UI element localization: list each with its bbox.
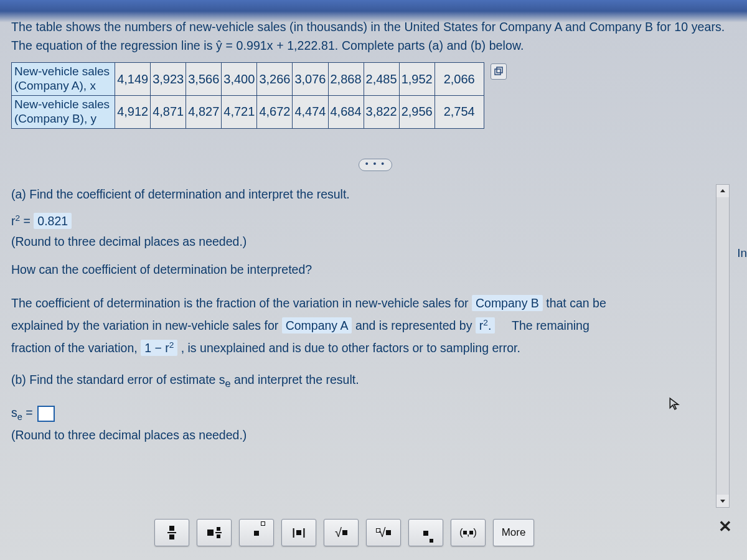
round-note-a: (Round to three decimal places as needed… (11, 232, 740, 251)
tool-more-button[interactable]: More (493, 519, 534, 546)
row-b-label-line1: New-vehicle sales (14, 98, 110, 111)
row-a-label-line1: New-vehicle sales (14, 65, 110, 78)
row-a-header: New-vehicle sales (Company A), x (12, 63, 115, 96)
dropdown-1-minus-r2[interactable]: 1 − r2 (141, 340, 177, 356)
interp-text-1a: The coefficient of determination is the … (11, 296, 472, 310)
cell-a-4: 3,266 (257, 63, 293, 96)
cell-a-7: 2,485 (364, 63, 399, 96)
cell-b-1: 4,871 (151, 96, 186, 129)
cell-a-6: 2,868 (328, 63, 364, 96)
tool-subscript[interactable] (408, 519, 443, 546)
cell-b-3: 4,721 (222, 96, 257, 129)
r-squared-value: 0.821 (34, 213, 72, 229)
cell-b-5: 4,474 (293, 96, 328, 129)
cell-a-8: 1,952 (399, 63, 435, 96)
se-label: se = (11, 406, 36, 419)
table-row: New-vehicle sales (Company B), y 4,912 4… (12, 96, 484, 129)
cell-a-1: 3,923 (151, 63, 186, 96)
row-a-label-line2: (Company A), x (14, 79, 96, 92)
scroll-up-button[interactable] (716, 185, 729, 197)
interp-text-3b: , is unexplained and is due to other fac… (181, 341, 520, 355)
vertical-scrollbar[interactable] (716, 184, 730, 508)
interp-text-3a: fraction of the variation, (11, 341, 141, 355)
interpret-question: How can the coefficient of determination… (11, 258, 740, 281)
cell-b-6: 4,684 (328, 96, 364, 129)
round-note-b: (Round to three decimal places as needed… (11, 426, 740, 444)
cell-a-9: 2,066 (435, 63, 484, 96)
side-truncated-text: In (737, 246, 747, 260)
scroll-down-button[interactable] (716, 495, 729, 507)
interp-text-1b: that can be (546, 296, 606, 310)
cell-a-0: 4,149 (115, 63, 151, 96)
row-b-header: New-vehicle sales (Company B), y (12, 96, 115, 129)
tool-ordered-pair[interactable]: (,) (451, 519, 486, 546)
data-table: New-vehicle sales (Company A), x 4,149 3… (11, 62, 484, 128)
se-input[interactable] (37, 406, 55, 422)
cell-b-2: 4,827 (186, 96, 222, 129)
cell-a-5: 3,076 (293, 63, 328, 96)
tool-nth-root[interactable]: √ (366, 519, 401, 546)
math-toolbar: || √ √ (,) More (154, 519, 534, 546)
scroll-track[interactable] (716, 197, 729, 495)
tool-absolute-value[interactable]: || (281, 519, 316, 546)
cell-a-2: 3,566 (186, 63, 222, 96)
r-squared-label: r2 = (11, 214, 34, 228)
cell-a-3: 3,400 (222, 63, 257, 96)
dropdown-company-a[interactable]: Company A (282, 317, 352, 334)
dropdown-r2[interactable]: r2. (476, 317, 496, 334)
expand-ellipsis-button[interactable]: • • • (359, 159, 392, 171)
tool-fraction[interactable] (154, 519, 189, 546)
cell-b-9: 2,754 (435, 96, 484, 129)
interp-text-2a: explained by the variation in new-vehicl… (11, 319, 282, 332)
row-b-label-line2: (Company B), y (14, 112, 96, 125)
interp-text-2c: The remaining (512, 319, 590, 332)
table-row: New-vehicle sales (Company A), x 4,149 3… (12, 63, 484, 96)
cell-b-4: 4,672 (257, 96, 293, 129)
tool-mixed-fraction[interactable] (197, 519, 232, 546)
close-icon[interactable]: ✕ (718, 517, 732, 536)
part-a-prompt: (a) Find the coefficient of determinatio… (11, 185, 740, 203)
cell-b-0: 4,912 (115, 96, 151, 129)
svg-rect-0 (495, 69, 500, 75)
tool-square-root[interactable]: √ (324, 519, 359, 546)
part-b-prompt: (b) Find the standard error of estimate … (11, 370, 740, 391)
cell-b-8: 2,956 (399, 96, 435, 129)
dropdown-company-b[interactable]: Company B (472, 295, 543, 311)
popout-table-icon[interactable] (491, 63, 507, 80)
tool-exponent[interactable] (239, 519, 274, 546)
cell-b-7: 3,822 (364, 96, 399, 129)
cursor-icon (668, 397, 682, 411)
svg-rect-1 (497, 67, 502, 73)
interp-text-2b: and is represented by (355, 319, 476, 332)
problem-intro: The table shows the numbers of new-vehic… (11, 17, 740, 55)
